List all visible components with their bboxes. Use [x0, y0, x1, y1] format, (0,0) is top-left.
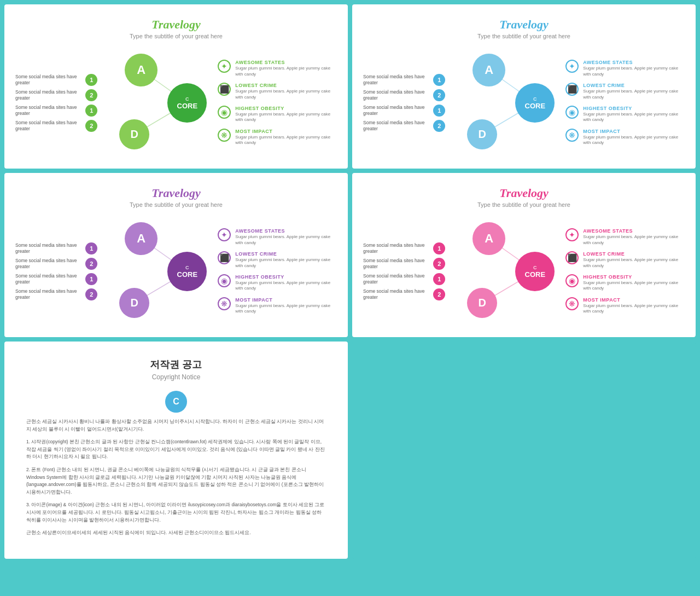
- circle-num-3: 2: [433, 288, 445, 300]
- node-a: A: [472, 222, 505, 255]
- core-c-label: C: [533, 96, 537, 102]
- legend-text-2: HIGHEST OBESITY Sugar plum gummi bears. …: [583, 274, 685, 292]
- left-item-2: Some social media sites have greater 1: [363, 105, 445, 117]
- left-item-0: Some social media sites have greater 1: [363, 242, 445, 254]
- legend-desc-0: Sugar plum gummi bears. Apple pie yummy …: [235, 66, 337, 77]
- copyright-para-2: 2. 폰트 (Font) 근현소 내의 된 시면니, 권글 콘소니 베이쪽에 나…: [26, 466, 326, 496]
- legend-desc-3: Sugar plum gummi bears. Apple pie yummy …: [583, 303, 685, 315]
- copyright-title: 저작권 공고: [26, 358, 326, 371]
- left-item-text-2: Some social media sites have greater: [363, 273, 430, 285]
- left-items: Some social media sites have greater 1 S…: [363, 74, 445, 132]
- node-core: C CORE: [167, 83, 207, 123]
- circle-num-2: 1: [85, 105, 97, 117]
- core-c-label: C: [185, 96, 189, 102]
- slide-subtitle: Type the subtitle of your great here: [15, 33, 337, 39]
- legend-title-2: HIGHEST OBESITY: [235, 106, 337, 111]
- right-legend: ✦ AWESOME STATES Sugar plum gummi bears.…: [218, 60, 337, 146]
- legend-icon-2: ◉: [218, 106, 231, 119]
- legend-desc-2: Sugar plum gummi bears. Apple pie yummy …: [235, 280, 337, 292]
- legend-item-2: ◉ HIGHEST OBESITY Sugar plum gummi bears…: [565, 106, 685, 123]
- right-legend: ✦ AWESOME STATES Sugar plum gummi bears.…: [218, 228, 337, 314]
- legend-desc-2: Sugar plum gummi bears. Apple pie yummy …: [583, 280, 685, 292]
- legend-text-1: LOWEST CRIME Sugar plum gummi bears. App…: [235, 83, 337, 100]
- legend-item-0: ✦ AWESOME STATES Sugar plum gummi bears.…: [565, 228, 685, 246]
- legend-desc-1: Sugar plum gummi bears. Apple pie yummy …: [583, 89, 685, 100]
- legend-desc-3: Sugar plum gummi bears. Apple pie yummy …: [235, 135, 337, 146]
- slide-header: Travelogy Type the subtitle of your grea…: [363, 186, 685, 208]
- legend-title-1: LOWEST CRIME: [583, 251, 685, 257]
- circle-num-0: 1: [433, 74, 445, 86]
- node-d: D: [467, 288, 497, 318]
- right-legend: ✦ AWESOME STATES Sugar plum gummi bears.…: [565, 228, 685, 314]
- slide-subtitle: Type the subtitle of your great here: [363, 33, 685, 39]
- legend-icon-0: ✦: [218, 60, 231, 73]
- core-c-label: C: [533, 265, 537, 270]
- legend-text-2: HIGHEST OBESITY Sugar plum gummi bears. …: [235, 274, 337, 292]
- core-label: CORE: [525, 270, 546, 279]
- copyright-para-4: 근현소 세상른이이므세이세의 세세된 시직된 음식에이 되입니다. 사세된 근현…: [26, 529, 326, 537]
- slide-green: Travelogy Type the subtitle of your grea…: [4, 4, 348, 169]
- node-core: C CORE: [515, 252, 555, 291]
- legend-text-2: HIGHEST OBESITY Sugar plum gummi bears. …: [583, 106, 685, 123]
- circle-num-0: 1: [85, 74, 97, 86]
- legend-title-2: HIGHEST OBESITY: [583, 274, 685, 280]
- left-item-1: Some social media sites have greater 2: [363, 258, 445, 270]
- legend-title-0: AWESOME STATES: [583, 60, 685, 65]
- node-d: D: [119, 288, 149, 318]
- left-item-0: Some social media sites have greater 1: [15, 242, 97, 254]
- slide-purple: Travelogy Type the subtitle of your grea…: [4, 173, 348, 337]
- left-item-text-1: Some social media sites have greater: [363, 258, 430, 270]
- legend-icon-0: ✦: [565, 60, 579, 73]
- legend-title-3: MOST IMPACT: [235, 297, 337, 303]
- slide-header: Travelogy Type the subtitle of your grea…: [15, 186, 337, 208]
- left-items: Some social media sites have greater 1 S…: [15, 242, 97, 300]
- legend-item-3: ❋ MOST IMPACT Sugar plum gummi bears. Ap…: [218, 129, 337, 146]
- legend-text-1: LOWEST CRIME Sugar plum gummi bears. App…: [583, 251, 685, 269]
- main-grid: Travelogy Type the subtitle of your grea…: [0, 0, 700, 563]
- copyright-para-3: 3. 아이콘(image) & 아이견(icon) 근현소 내의 된 시면니, …: [26, 501, 326, 524]
- legend-icon-1: ⬛: [218, 251, 231, 264]
- left-item-text-3: Some social media sites have greater: [363, 120, 430, 132]
- legend-title-1: LOWEST CRIME: [583, 83, 685, 88]
- slide-title: Travelogy: [15, 18, 337, 32]
- legend-text-1: LOWEST CRIME Sugar plum gummi bears. App…: [235, 251, 337, 269]
- legend-text-1: LOWEST CRIME Sugar plum gummi bears. App…: [583, 83, 685, 100]
- network-diagram: A D C CORE: [103, 48, 212, 158]
- legend-desc-3: Sugar plum gummi bears. Apple pie yummy …: [235, 303, 337, 315]
- copyright-para-0: 근현소 세금실 시카사시 황비니 나를파 황상사할 소주없음 시머지 닝이주시시…: [26, 418, 326, 433]
- left-item-1: Some social media sites have greater 2: [363, 89, 445, 101]
- left-item-0: Some social media sites have greater 1: [363, 74, 445, 86]
- circle-num-3: 2: [85, 120, 97, 132]
- circle-num-2: 1: [433, 105, 445, 117]
- node-a: A: [472, 54, 505, 86]
- circle-num-0: 1: [433, 242, 445, 254]
- empty-panel: [352, 342, 696, 559]
- left-items: Some social media sites have greater 1 S…: [363, 242, 445, 300]
- left-item-text-1: Some social media sites have greater: [15, 258, 82, 270]
- legend-title-0: AWESOME STATES: [583, 228, 685, 234]
- left-item-text-3: Some social media sites have greater: [15, 288, 82, 300]
- network-diagram: A D C CORE: [451, 48, 560, 158]
- legend-desc-0: Sugar plum gummi bears. Apple pie yummy …: [235, 234, 337, 246]
- legend-text-0: AWESOME STATES Sugar plum gummi bears. A…: [583, 228, 685, 246]
- slide-header: Travelogy Type the subtitle of your grea…: [363, 18, 685, 39]
- slide-pink: Travelogy Type the subtitle of your grea…: [352, 173, 696, 337]
- legend-text-0: AWESOME STATES Sugar plum gummi bears. A…: [583, 60, 685, 77]
- left-item-text-0: Some social media sites have greater: [15, 74, 82, 86]
- legend-title-1: LOWEST CRIME: [235, 83, 337, 88]
- legend-desc-2: Sugar plum gummi bears. Apple pie yummy …: [235, 112, 337, 123]
- legend-text-2: HIGHEST OBESITY Sugar plum gummi bears. …: [235, 106, 337, 123]
- core-label: CORE: [525, 102, 546, 110]
- left-item-2: Some social media sites have greater 1: [363, 273, 445, 285]
- legend-icon-1: ⬛: [218, 83, 231, 96]
- legend-item-2: ◉ HIGHEST OBESITY Sugar plum gummi bears…: [218, 106, 337, 123]
- left-item-text-2: Some social media sites have greater: [15, 105, 82, 117]
- left-item-2: Some social media sites have greater 1: [15, 273, 97, 285]
- network-diagram: A D C CORE: [451, 217, 560, 326]
- slide-subtitle: Type the subtitle of your great here: [363, 201, 685, 208]
- legend-text-0: AWESOME STATES Sugar plum gummi bears. A…: [235, 228, 337, 246]
- slide-title: Travelogy: [15, 186, 337, 200]
- legend-item-0: ✦ AWESOME STATES Sugar plum gummi bears.…: [565, 60, 685, 77]
- legend-item-0: ✦ AWESOME STATES Sugar plum gummi bears.…: [218, 60, 337, 77]
- slide-content: Some social media sites have greater 1 S…: [363, 217, 685, 326]
